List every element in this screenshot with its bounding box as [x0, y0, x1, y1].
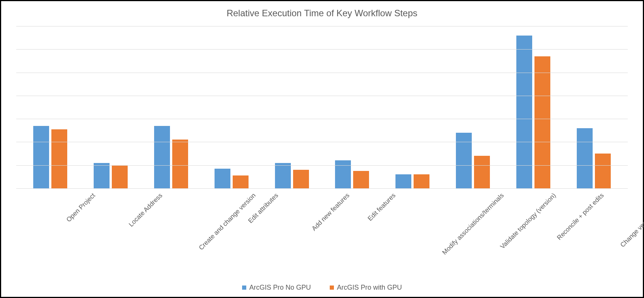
x-label-wrap: Create and change version [141, 189, 201, 264]
bar-group-container [16, 26, 628, 188]
bar [595, 154, 611, 188]
legend-item-no-gpu: ArcGIS Pro No GPU [242, 284, 311, 292]
bar [112, 165, 128, 188]
gridline [16, 26, 628, 26]
x-label-wrap: Edit features [322, 189, 383, 264]
x-label-wrap: Modify associations/terminals [382, 189, 443, 264]
bar-group [141, 26, 201, 188]
x-label-wrap: Open Project [20, 189, 80, 264]
bar-group [564, 26, 624, 188]
legend-item-with-gpu: ArcGIS Pro with GPU [330, 284, 402, 292]
bar [94, 163, 110, 188]
bar [293, 170, 309, 188]
bar-group [382, 26, 443, 188]
legend-label: ArcGIS Pro with GPU [337, 284, 402, 292]
bar [335, 160, 351, 188]
bar [414, 174, 429, 188]
x-label-wrap: Change version to default [564, 189, 624, 264]
bar [154, 126, 170, 188]
bar [456, 133, 472, 188]
x-label-wrap: Edit attributes [201, 189, 262, 264]
gridline [16, 142, 628, 142]
bar-group [443, 26, 503, 188]
bar-group [80, 26, 141, 188]
bar [353, 171, 369, 188]
gridline [16, 96, 628, 96]
gridline [16, 73, 628, 73]
chart-frame: Relative Execution Time of Key Workflow … [0, 0, 644, 298]
bar-group [262, 26, 322, 188]
gridline [16, 49, 628, 50]
x-axis-labels: Open ProjectLocate AddressCreate and cha… [16, 189, 628, 264]
bar-group [503, 26, 564, 188]
x-label-wrap: Validate topology (version) [443, 189, 503, 264]
legend: ArcGIS Pro No GPU ArcGIS Pro with GPU [1, 284, 643, 292]
legend-label: ArcGIS Pro No GPU [249, 284, 311, 292]
bar [474, 156, 490, 188]
bar [275, 163, 291, 188]
bar [395, 174, 411, 188]
bar [233, 175, 249, 188]
bar [534, 56, 550, 188]
bar [33, 126, 49, 188]
bar-group [201, 26, 262, 188]
x-label-wrap: Add new features [262, 189, 322, 264]
legend-swatch-icon [242, 286, 246, 290]
bar-group [322, 26, 383, 188]
x-label-wrap: Reconcile + post edits [503, 189, 564, 264]
bar-group [20, 26, 80, 188]
bar [51, 129, 67, 188]
plot-area [16, 26, 628, 189]
legend-swatch-icon [330, 286, 334, 290]
chart-title: Relative Execution Time of Key Workflow … [16, 8, 628, 19]
bar [215, 169, 230, 188]
x-label-wrap: Locate Address [80, 189, 141, 264]
gridline [16, 119, 628, 119]
gridline [16, 165, 628, 166]
x-axis-label: Change version to default [619, 192, 644, 249]
bar [172, 140, 188, 188]
bar [577, 128, 593, 188]
